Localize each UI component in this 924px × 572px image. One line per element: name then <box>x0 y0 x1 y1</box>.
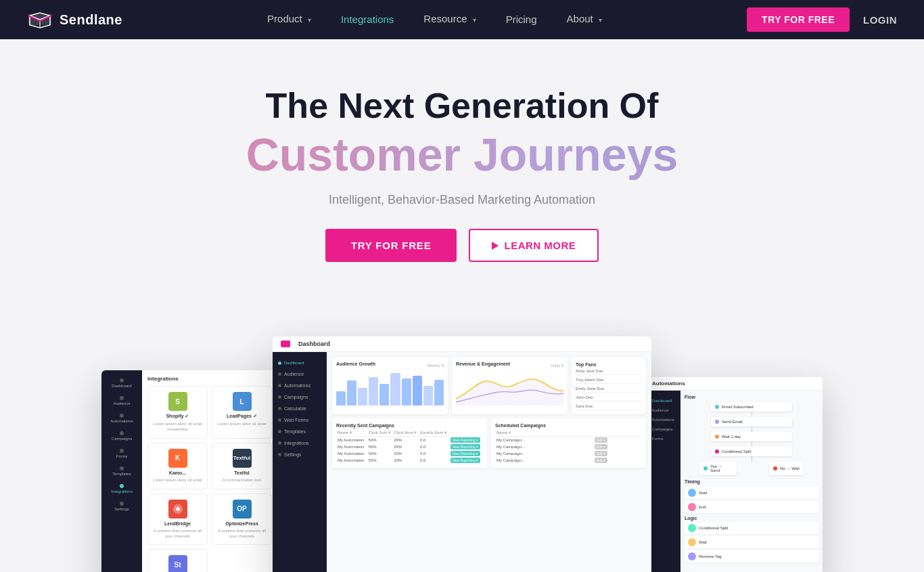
bar-chart-bar <box>402 378 411 406</box>
auto-connector <box>752 456 752 462</box>
recently-sent-title: Recently Sent Campaigns <box>336 423 394 428</box>
dashboard-top-row: Audience Growth Weekly ▾ Revenue & Engag… <box>332 357 646 414</box>
integrations-header: Integrations <box>147 376 272 382</box>
nav-link-about[interactable]: About ▾ <box>552 0 617 40</box>
chevron-down-icon: ▾ <box>599 16 602 24</box>
auto-branch: Yes → Send No → Wait <box>685 462 818 475</box>
kamo-logo: K <box>168 449 187 468</box>
logo-link[interactable]: Sendlane <box>27 10 122 29</box>
integrations-grid: S Shopify ✓ Lorem ipsum dolor sit amet c… <box>147 386 272 572</box>
bar-chart-bar <box>358 388 367 406</box>
sidebar-item: Settings <box>101 499 142 514</box>
audience-growth-title: Audience Growth <box>336 361 375 366</box>
integrations-sidebar: Dashboard Audience Automations Campaigns… <box>101 370 142 572</box>
contact-avatar <box>688 538 696 546</box>
brand-name: Sendlane <box>60 12 122 28</box>
dashboard-mock: Dashboard Dashboard Audience Automations… <box>273 336 651 572</box>
auto-node-yes: Yes → Send <box>699 462 737 475</box>
leadpages-logo: L <box>233 392 252 411</box>
auto-node-trigger: Email Subscribed <box>711 402 792 412</box>
nav-link-integrations[interactable]: Integrations <box>326 0 409 39</box>
hero-title-line1: The Next Generation Of <box>14 87 910 125</box>
contact-item: Remove Tag <box>685 550 818 563</box>
auto-node-wait: Wait 1 day <box>711 432 792 441</box>
play-icon <box>492 242 499 250</box>
nav-item-about[interactable]: About ▾ <box>552 0 617 40</box>
contact-item: Wait <box>685 536 818 548</box>
revenue-engagement-card: Revenue & Engagement Daily ▾ <box>452 357 568 414</box>
campaigns-table: Name ▾ Click Sub ▾ Click Now ▾ Emails Se… <box>336 428 483 464</box>
integration-card-optimizepress: OP OptimizePress A solution that connect… <box>212 493 272 546</box>
top-fans-title: Top Fans <box>576 362 597 367</box>
sidebar-item: Dashboard <box>101 376 142 391</box>
top-fans-card: Top Fans Andy Jack Doe Troy Adam Doe Emi… <box>572 357 646 414</box>
app-right-header: Automations <box>647 377 823 391</box>
fan-item: Sara Doe <box>576 403 642 410</box>
app-right-body: ▪ Dashboard ▪ Audience ▪ Automations ▪ C… <box>647 391 823 572</box>
dashboard-body: Dashboard Audience Automations Campaigns… <box>273 352 651 572</box>
nav-link-product[interactable]: Product ▾ <box>252 0 326 40</box>
textful-logo: Textful <box>233 449 252 468</box>
dash-sidebar-templates: Templates <box>273 426 327 437</box>
campaign-row: My Automation50%20%0.0View Reporting ▾ <box>336 443 483 450</box>
scheduled-row: My Campaign...Edit ▾ <box>495 443 642 450</box>
dashboard-main: Audience Growth Weekly ▾ Revenue & Engag… <box>327 352 651 572</box>
scheduled-row: My Campaign...Edit ▾ <box>495 450 642 457</box>
dash-sidebar-automations: Automations <box>273 380 327 391</box>
nav-login-button[interactable]: LOGIN <box>863 14 897 26</box>
sidebar-item: Automations <box>101 411 142 426</box>
screenshot-integrations: Dashboard Audience Automations Campaigns… <box>101 370 277 572</box>
sidebar-item: Forms <box>101 446 142 461</box>
screenshot-automation: Automations ▪ Dashboard ▪ Audience ▪ Aut… <box>647 377 823 572</box>
auto-node-no: No → Wait <box>769 462 804 475</box>
contact-avatar <box>688 489 696 497</box>
bar-chart-bar <box>379 384 389 405</box>
nav-links-list: Product ▾ Integrations Resource ▾ Pricin… <box>252 0 617 40</box>
nav-link-pricing[interactable]: Pricing <box>491 0 552 39</box>
sidebar-item: Audience <box>101 393 142 408</box>
fan-item: John Doe <box>576 394 642 401</box>
scheduled-row: My Campaign...Edit ▾ <box>495 457 642 464</box>
bar-chart-bar <box>336 391 346 405</box>
hero-title-line2: Customer Journeys <box>14 128 910 181</box>
integration-card-kamo: K Kamo... Lorem ipsum dolor sit amet <box>147 443 208 489</box>
dash-sidebar-webforms: Web Forms <box>273 414 327 426</box>
contact-item: End <box>685 501 818 513</box>
hero-try-free-button[interactable]: TRY FOR FREE <box>325 229 457 262</box>
shopify-logo: S <box>168 392 187 411</box>
screenshots-section: Dashboard Audience Automations Campaigns… <box>0 316 924 572</box>
nav-link-resource[interactable]: Resource ▾ <box>409 0 490 40</box>
nav-item-integrations[interactable]: Integrations <box>326 0 409 39</box>
contacts-section: Timing Start End Logic Conditional S <box>685 479 818 563</box>
integration-card-lendbrige: LendBridge A solution that connects all … <box>147 493 208 546</box>
navigation: Sendlane Product ▾ Integrations Resource… <box>0 0 924 39</box>
scheduled-campaigns-card: Scheduled Campaigns Name ▾ My Campaign..… <box>491 418 646 468</box>
contacts-title: Timing <box>685 479 818 484</box>
auto-connector <box>752 426 752 432</box>
fan-item: Emily Jane Doe <box>576 385 642 393</box>
automation-flow: Flow Email Subscribed Send Email <box>685 395 818 475</box>
nav-item-pricing[interactable]: Pricing <box>491 0 552 39</box>
campaign-row: My Automation50%20%0.0View Reporting ▾ <box>336 457 483 464</box>
bar-chart-bar <box>390 373 400 405</box>
learn-more-label: LEARN MORE <box>504 240 576 251</box>
nav-item-product[interactable]: Product ▾ <box>252 0 326 40</box>
auto-node-send: Send Email <box>711 417 792 426</box>
bar-chart-bar <box>369 377 378 406</box>
hero-section: The Next Generation Of Customer Journeys… <box>0 39 924 289</box>
campaign-row: My Automation50%20%0.0View Reporting ▾ <box>336 437 483 444</box>
hero-learn-more-button[interactable]: LEARN MORE <box>469 229 599 262</box>
stripe-logo: St <box>168 555 187 572</box>
bar-chart-bar <box>413 376 422 406</box>
chevron-down-icon: ▾ <box>308 16 311 24</box>
nav-item-resource[interactable]: Resource ▾ <box>409 0 490 40</box>
revenue-title: Revenue & Engagement <box>456 361 510 366</box>
nav-try-free-button[interactable]: TRY FOR FREE <box>747 7 850 32</box>
dash-sidebar-dashboard: Dashboard <box>273 357 327 368</box>
app-right-sidebar: ▪ Dashboard ▪ Audience ▪ Automations ▪ C… <box>647 391 680 572</box>
fan-item: Andy Jack Doe <box>576 368 642 375</box>
dash-sidebar-integrations: Integrations <box>273 437 327 449</box>
sendlane-logo-icon <box>27 10 53 29</box>
integration-card-shopify: S Shopify ✓ Lorem ipsum dolor sit amet c… <box>147 386 208 439</box>
lendbrige-logo <box>168 500 187 519</box>
